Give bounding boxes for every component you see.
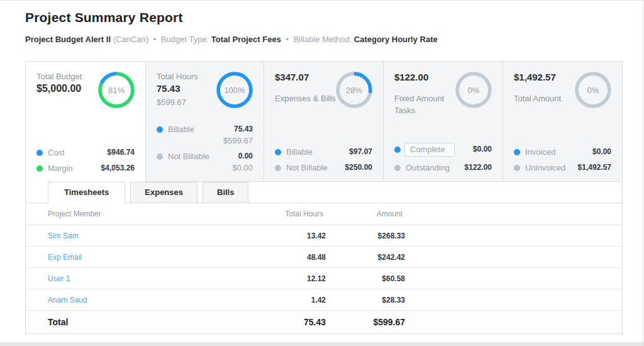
cost-dot-icon	[36, 150, 43, 156]
donut-percent: 0%	[575, 72, 611, 108]
legend-row-invoiced: Invoiced $0.00	[514, 147, 611, 157]
member-link[interactable]: User 1	[48, 274, 250, 283]
total-label: Total	[48, 317, 250, 327]
legend-row-not-billable: Not Billable 0.00$0.00	[157, 152, 253, 172]
total-hours: 75.43	[250, 317, 326, 327]
table-header-row: Project Member Total Hours Amount	[26, 203, 622, 225]
window-right-edge	[643, 1, 643, 346]
donut-percent: 100%	[216, 72, 253, 108]
outstanding-dot-icon	[394, 165, 401, 171]
legend-row-complete: Complete $0.00	[394, 145, 492, 157]
card-fixed-amount-tasks[interactable]: $122.00 Fixed Amount Tasks 0% Complete $…	[383, 62, 502, 182]
amount-cell: $28.33	[326, 296, 405, 304]
timesheets-table: Project Member Total Hours Amount Sim Sa…	[26, 203, 622, 333]
margin-dot-icon	[36, 165, 43, 172]
billable-method-label: Billable Method:	[294, 35, 352, 44]
budget-type-value: Total Project Fees	[211, 35, 281, 44]
legend-row-margin: Margin $4,053.26	[36, 164, 135, 173]
legend-row-outstanding: Outstanding $122.00	[394, 163, 492, 172]
legend-row-cost: Cost $946.74	[36, 148, 135, 157]
client-name: (CanCan)	[113, 35, 148, 44]
not-billable-dot-icon	[275, 165, 281, 171]
summary-panel: Total Budget $5,000.00 81% Cost $946.74	[25, 61, 623, 334]
hours-donut-chart: 100%	[216, 72, 253, 108]
table-row: Exp Email 48.48 $242.42	[26, 247, 622, 268]
complete-dot-icon	[394, 147, 401, 153]
billable-dot-icon	[157, 126, 163, 133]
complete-chip[interactable]: Complete	[404, 143, 455, 157]
card-title: Total Budget	[36, 72, 82, 81]
amount-cell: $60.58	[326, 274, 405, 283]
card-total-budget[interactable]: Total Budget $5,000.00 81% Cost $946.74	[26, 62, 145, 182]
separator-dot: •	[286, 35, 289, 44]
card-amount: $5,000.00	[36, 83, 82, 94]
project-meta-line: Project Budget Alert II (CanCan) • Budge…	[25, 35, 644, 44]
card-amount: $1,492.57	[514, 72, 561, 82]
invoiced-dot-icon	[514, 149, 520, 155]
hours-cell: 48.48	[250, 253, 326, 262]
window-bottom-edge	[0, 342, 644, 346]
card-title: Expenses & Bills	[275, 92, 336, 104]
legend-row-uninvoiced: Uninvoiced $1,492.57	[514, 163, 611, 172]
billable-dot-icon	[275, 149, 281, 155]
col-header-project-member: Project Member	[48, 209, 250, 218]
tab-bills[interactable]: Bills	[203, 182, 248, 203]
table-row: Anam Saud 1.42 $28.33	[26, 289, 622, 311]
legend-row-billable: Billable $97.07	[275, 147, 372, 157]
table-row: User 1 12.12 $60.58	[26, 268, 622, 289]
billable-method-value: Category Hourly Rate	[354, 35, 438, 44]
table-row: Sim Sam 13.42 $268.33	[26, 225, 622, 247]
card-amount: 75.43	[157, 83, 198, 94]
card-amount: $347.07	[275, 72, 336, 82]
separator-dot: •	[153, 35, 157, 44]
table-total-row: Total 75.43 $599.67	[26, 311, 622, 333]
card-title: Total Hours	[157, 72, 198, 81]
detail-tabs: Timesheets Expenses Bills	[48, 181, 622, 203]
col-header-total-hours: Total Hours	[250, 209, 326, 218]
budget-donut-chart: 81%	[98, 72, 135, 108]
donut-percent: 81%	[98, 72, 135, 108]
amount-cell: $242.42	[326, 253, 405, 262]
card-title: Fixed Amount Tasks	[394, 92, 455, 116]
donut-percent: 0%	[455, 72, 492, 108]
col-header-amount: Amount	[326, 209, 405, 218]
summary-cards-row: Total Budget $5,000.00 81% Cost $946.74	[26, 62, 622, 164]
tab-expenses[interactable]: Expenses	[130, 182, 197, 203]
expenses-donut-chart: 28%	[336, 72, 372, 108]
card-total-hours[interactable]: Total Hours 75.43 $599.67 100% Billable …	[145, 62, 264, 182]
page-title: Project Summary Report	[25, 10, 644, 25]
legend-row-not-billable: Not Billable $250.00	[275, 163, 372, 172]
total-amount: $599.67	[326, 317, 405, 327]
hours-cell: 12.12	[250, 274, 326, 283]
not-billable-dot-icon	[157, 153, 163, 160]
card-title: Total Amount	[514, 92, 561, 104]
donut-percent: 28%	[336, 72, 372, 108]
hours-cell: 1.42	[250, 296, 326, 304]
card-total-amount[interactable]: $1,492.57 Total Amount 0% Invoiced $0.00	[502, 62, 622, 182]
budget-type-label: Budget Type:	[161, 35, 209, 44]
member-link[interactable]: Sim Sam	[48, 232, 250, 240]
uninvoiced-dot-icon	[514, 165, 520, 171]
project-name: Project Budget Alert II	[25, 35, 111, 44]
card-amount: $122.00	[394, 72, 455, 82]
member-link[interactable]: Anam Saud	[48, 296, 250, 304]
total-amount-donut-chart: 0%	[575, 72, 611, 108]
card-expenses-bills[interactable]: $347.07 Expenses & Bills 28% Billable $9…	[264, 62, 383, 182]
hours-cell: 13.42	[250, 232, 326, 240]
project-summary-page: Project Summary Report Project Budget Al…	[0, 1, 644, 334]
member-link[interactable]: Exp Email	[48, 253, 250, 262]
legend-row-billable: Billable 75.43$599.67	[157, 125, 253, 145]
amount-cell: $268.33	[326, 232, 405, 240]
card-subvalue: $599.67	[157, 98, 198, 107]
fixed-tasks-donut-chart: 0%	[455, 72, 492, 108]
tab-timesheets[interactable]: Timesheets	[48, 182, 125, 204]
